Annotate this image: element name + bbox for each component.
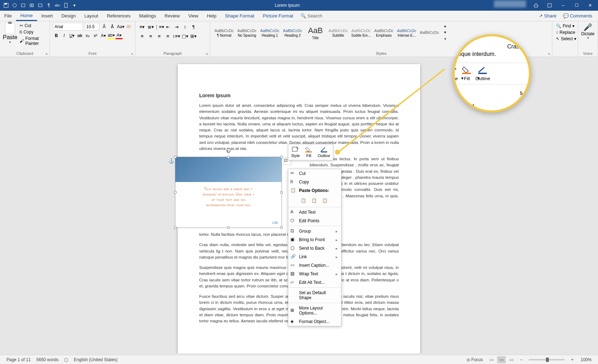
- zoom-out-button[interactable]: −: [517, 357, 525, 362]
- focus-button[interactable]: ◎ Focus: [464, 357, 486, 362]
- styles-scroll-down-icon[interactable]: ▼: [441, 29, 449, 36]
- cm-edit-points[interactable]: ⬡Edit Points: [288, 217, 341, 225]
- style-emphasis[interactable]: AaBbCcDcEmphasis: [373, 23, 395, 43]
- style-no-spacing[interactable]: AaBbCcDcNo Spacing: [236, 23, 258, 43]
- style-title[interactable]: AaBTitle: [304, 23, 326, 43]
- superscript-button[interactable]: x²: [92, 32, 99, 39]
- highlight-button[interactable]: ab▾: [108, 32, 115, 39]
- style-normal[interactable]: AaBbCcDc¶ Normal: [213, 23, 235, 43]
- resize-handle-s[interactable]: [227, 226, 230, 229]
- clipboard-expand-icon[interactable]: ⬊: [45, 52, 48, 56]
- numbering-button[interactable]: ≣▾: [147, 23, 155, 31]
- menu-help[interactable]: Help: [202, 11, 221, 21]
- autosave-icon[interactable]: [11, 1, 19, 9]
- decrease-font-button[interactable]: Ǎ: [109, 23, 116, 30]
- menu-review[interactable]: Review: [160, 11, 184, 21]
- zoom-slider[interactable]: [529, 359, 565, 360]
- resize-handle-ne[interactable]: [280, 156, 283, 158]
- mini-style-button[interactable]: Style: [290, 146, 301, 158]
- style-heading-2[interactable]: AaBbCcDcHeading 2: [282, 23, 304, 43]
- menu-layout[interactable]: Layout: [80, 11, 103, 21]
- clear-formatting-button[interactable]: A⃠: [125, 23, 132, 30]
- resize-handle-w[interactable]: [174, 191, 177, 194]
- cm-bring-to-front[interactable]: ▣Bring to Front▸: [288, 235, 341, 244]
- mini-fill-button[interactable]: Fill: [303, 146, 314, 158]
- close-icon[interactable]: ✕: [584, 0, 597, 10]
- zoom-thumb[interactable]: [546, 358, 549, 362]
- cm-send-to-back[interactable]: ▢Send to Back▸: [288, 244, 341, 253]
- show-marks-button[interactable]: ¶: [190, 23, 197, 31]
- menu-view[interactable]: View: [184, 11, 202, 21]
- web-layout-icon[interactable]: ▭: [507, 356, 516, 363]
- cm-wrap-text[interactable]: ▤Wrap Text▸: [288, 270, 341, 278]
- style-more[interactable]: AaBbCcDc: [418, 23, 440, 43]
- menu-picture-format[interactable]: Picture Format: [259, 11, 298, 21]
- borders-button[interactable]: ⊞▾: [190, 32, 197, 40]
- align-center-button[interactable]: ≡: [147, 32, 155, 40]
- paste-keep-source-icon[interactable]: 📋: [299, 196, 308, 205]
- paste-button[interactable]: Paste ▾: [3, 23, 17, 46]
- paragraph-icon[interactable]: ¶: [45, 1, 53, 9]
- textbox-shape[interactable]: ⚓ ↻ ⊡ Text boxes are a great way t reade…: [175, 157, 282, 228]
- resize-handle-nw[interactable]: [174, 156, 177, 158]
- menu-insert[interactable]: Insert: [37, 11, 57, 21]
- change-case-button[interactable]: Aa▾: [117, 23, 124, 30]
- menu-mailings[interactable]: Mailings: [135, 11, 160, 21]
- minimize-icon[interactable]: ─: [557, 0, 569, 10]
- paste-text-only-icon[interactable]: 📋: [320, 196, 329, 205]
- word-count[interactable]: 5650 words: [33, 357, 61, 362]
- italic-button[interactable]: I: [61, 32, 68, 39]
- paste-picture-icon[interactable]: 📋: [310, 196, 318, 205]
- ribbon-display-icon[interactable]: [530, 0, 542, 10]
- maximize-icon[interactable]: ☐: [570, 0, 583, 10]
- styles-scroll-up-icon[interactable]: ▲: [441, 23, 449, 29]
- save-icon[interactable]: [2, 1, 10, 9]
- qat-icon-3[interactable]: [19, 1, 27, 9]
- underline-button[interactable]: U▾: [68, 32, 76, 39]
- decrease-indent-button[interactable]: ⇤: [164, 23, 172, 31]
- bold-button[interactable]: B: [53, 32, 60, 39]
- font-color-button[interactable]: A▾: [115, 32, 123, 39]
- subscript-button[interactable]: x₂: [84, 32, 91, 39]
- menu-shape-format[interactable]: Shape Format: [221, 11, 258, 21]
- comments-button[interactable]: 💬 Comments: [561, 12, 594, 19]
- resize-handle-sw[interactable]: [174, 226, 177, 229]
- cm-group[interactable]: ⊡Group▸: [288, 227, 341, 235]
- select-button[interactable]: ↖Select▾: [555, 36, 575, 42]
- justify-button[interactable]: ≡: [164, 32, 172, 40]
- font-name-input[interactable]: [53, 23, 83, 31]
- resize-handle-e[interactable]: [280, 191, 283, 194]
- window-mode-icon[interactable]: [543, 0, 556, 10]
- bullets-button[interactable]: ≡▾: [138, 23, 146, 31]
- cm-cut[interactable]: ✂Cut: [288, 169, 341, 178]
- find-button[interactable]: 🔍Find▾: [555, 23, 575, 29]
- cut-button[interactable]: ✂Cut: [19, 23, 47, 28]
- increase-indent-button[interactable]: ⇥: [172, 23, 180, 31]
- paragraph-expand-icon[interactable]: ⬊: [206, 52, 208, 56]
- cm-copy[interactable]: ⎘Copy: [288, 178, 341, 186]
- align-left-button[interactable]: ≡: [138, 32, 146, 40]
- account-name[interactable]: [494, 0, 526, 7]
- line-spacing-button[interactable]: ↕≡▾: [172, 32, 180, 40]
- align-right-button[interactable]: ≡: [155, 32, 163, 40]
- text-effects-button[interactable]: A▾: [100, 32, 107, 39]
- zoom-level[interactable]: 100%: [578, 357, 594, 362]
- mag-outline-button[interactable]: ▾ Outline: [475, 66, 490, 81]
- strikethrough-button[interactable]: ab: [76, 32, 83, 39]
- search-box[interactable]: 🔍 Search: [298, 12, 325, 19]
- sort-button[interactable]: ↕: [181, 23, 189, 31]
- format-painter-button[interactable]: 🖌Format Painter: [19, 36, 47, 46]
- font-size-input[interactable]: [84, 23, 99, 31]
- new-doc-icon[interactable]: [62, 1, 70, 9]
- cm-edit-alt-text[interactable]: ▱Edit Alt Text...: [288, 278, 341, 287]
- increase-font-button[interactable]: Â: [101, 23, 108, 30]
- language-indicator[interactable]: English (United States): [71, 357, 120, 362]
- qat-icon-4[interactable]: [28, 1, 36, 9]
- styles-more-icon[interactable]: ▾: [441, 36, 449, 42]
- dictate-button[interactable]: 🎤 Dictate ▾: [581, 23, 595, 40]
- copy-button[interactable]: ⎘Copy: [19, 29, 47, 35]
- mag-fill-button[interactable]: ▾ Fill: [461, 66, 473, 81]
- font-expand-icon[interactable]: ⬊: [131, 52, 134, 56]
- cm-add-text[interactable]: AAdd Text: [288, 208, 341, 217]
- mag-style-button[interactable]: ▾ Style: [453, 66, 458, 81]
